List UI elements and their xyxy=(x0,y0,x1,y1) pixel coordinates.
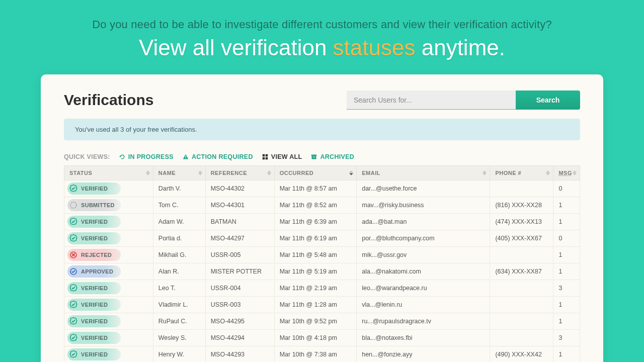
cell-name: Mikhail G. xyxy=(153,247,205,263)
status-badge: VERIFIED xyxy=(67,216,121,228)
rejected-icon xyxy=(69,250,78,259)
cell-name: Leo T. xyxy=(153,280,205,297)
cell-email: vla...@lenin.ru xyxy=(357,297,490,313)
table-row[interactable]: APPROVEDAlan R.MISTER POTTERMar 11th @ 5… xyxy=(64,263,580,280)
svg-rect-6 xyxy=(311,155,317,156)
page-title: Verifications xyxy=(64,92,153,109)
quick-views-label: QUICK VIEWS: xyxy=(64,153,110,160)
verified-icon xyxy=(69,300,78,309)
table-row[interactable]: VERIFIEDAdam W.BATMANMar 11th @ 6:39 ama… xyxy=(64,214,580,230)
cell-msg: 1 xyxy=(553,214,580,230)
cell-email: mik...@ussr.gov xyxy=(357,247,490,263)
status-badge: VERIFIED xyxy=(67,282,121,294)
cell-reference: MSO-44294 xyxy=(205,330,274,346)
cell-occurred: Mar 11th @ 8:52 am xyxy=(274,197,357,214)
cell-email: dar...@usethe.force xyxy=(357,180,490,197)
usage-alert: You've used all 3 of your free verificat… xyxy=(64,119,580,140)
qv-archived[interactable]: ARCHIVED xyxy=(311,153,354,160)
verified-icon xyxy=(69,350,78,359)
svg-rect-2 xyxy=(263,154,265,157)
hero-title-post: anytime. xyxy=(415,35,505,60)
verified-icon xyxy=(69,217,78,226)
search-group: Search xyxy=(347,90,580,110)
status-badge: APPROVED xyxy=(67,265,121,278)
hero-title-highlight: statuses xyxy=(333,35,416,60)
col-reference[interactable]: REFERENCE xyxy=(205,166,274,180)
cell-occurred: Mar 11th @ 5:48 am xyxy=(274,247,357,263)
table-row[interactable]: VERIFIEDRuPaul C.MSO-44295Mar 10th @ 9:5… xyxy=(64,313,580,330)
table-row[interactable]: VERIFIEDHenry W.MSO-44293Mar 10th @ 7:38… xyxy=(64,346,580,363)
verified-icon xyxy=(69,317,78,326)
table-row[interactable]: VERIFIEDDarth V.MSO-44302Mar 11th @ 8:57… xyxy=(64,180,580,197)
cell-email: ala...@nakatomi.com xyxy=(357,263,490,280)
cell-msg: 3 xyxy=(553,280,580,297)
cell-occurred: Mar 11th @ 1:28 am xyxy=(274,297,357,313)
col-msg[interactable]: MSG xyxy=(553,166,580,180)
status-label: VERIFIED xyxy=(81,186,108,192)
status-label: VERIFIED xyxy=(81,318,108,324)
cell-phone xyxy=(490,313,553,330)
cell-name: Alan R. xyxy=(153,263,205,280)
qv-archived-label: ARCHIVED xyxy=(320,153,354,160)
cell-msg: 1 xyxy=(553,297,580,313)
status-badge: VERIFIED xyxy=(67,315,121,327)
cell-email: ru...@rupaulsdragrace.tv xyxy=(357,313,490,330)
search-input[interactable] xyxy=(347,90,516,110)
status-badge: VERIFIED xyxy=(67,299,121,311)
quick-views: QUICK VIEWS: IN PROGRESS ACTION REQUIRED… xyxy=(64,153,580,160)
cell-phone xyxy=(490,330,553,346)
cell-email: bla...@notaxes.fbi xyxy=(357,330,490,346)
cell-occurred: Mar 11th @ 6:39 am xyxy=(274,214,357,230)
cell-email: mav...@risky.business xyxy=(357,197,490,214)
cell-occurred: Mar 11th @ 2:19 am xyxy=(274,280,357,297)
cell-name: RuPaul C. xyxy=(153,313,205,330)
cell-occurred: Mar 11th @ 5:19 am xyxy=(274,263,357,280)
verified-icon xyxy=(69,234,78,243)
cell-occurred: Mar 10th @ 4:18 pm xyxy=(274,330,357,346)
table-row[interactable]: VERIFIEDLeo T.USSR-004Mar 11th @ 2:19 am… xyxy=(64,280,580,297)
refresh-icon xyxy=(119,154,125,160)
table-row[interactable]: SUBMITTEDTom C.MSO-44301Mar 11th @ 8:52 … xyxy=(64,197,580,214)
cell-msg: 0 xyxy=(553,180,580,197)
submitted-icon xyxy=(69,201,78,210)
hero: Do you need to be able to investigate di… xyxy=(0,0,644,74)
col-status[interactable]: STATUS xyxy=(64,166,153,180)
warning-icon xyxy=(183,154,189,160)
cell-msg: 1 xyxy=(553,263,580,280)
cell-email: por...@bluthcompany.com xyxy=(357,230,490,247)
hero-subtitle: Do you need to be able to investigate di… xyxy=(10,18,634,31)
cell-phone: (490) XXX-XX42 xyxy=(490,346,553,363)
status-label: REJECTED xyxy=(81,252,112,258)
cell-occurred: Mar 11th @ 8:57 am xyxy=(274,180,357,197)
cell-occurred: Mar 11th @ 6:19 am xyxy=(274,230,357,247)
table-row[interactable]: VERIFIEDVladimir L.USSR-003Mar 11th @ 1:… xyxy=(64,297,580,313)
col-email[interactable]: EMAIL xyxy=(357,166,490,180)
cell-phone xyxy=(490,280,553,297)
qv-view-all-label: VIEW ALL xyxy=(271,153,302,160)
verifications-card: Verifications Search You've used all 3 o… xyxy=(41,74,603,362)
col-phone[interactable]: PHONE # xyxy=(490,166,553,180)
table-row[interactable]: REJECTEDMikhail G.USSR-005Mar 11th @ 5:4… xyxy=(64,247,580,263)
cell-phone: (634) XXX-XX87 xyxy=(490,263,553,280)
status-label: VERIFIED xyxy=(81,335,108,341)
cell-name: Adam W. xyxy=(153,214,205,230)
svg-point-9 xyxy=(70,202,76,208)
qv-view-all[interactable]: VIEW ALL xyxy=(262,153,302,160)
qv-in-progress-label: IN PROGRESS xyxy=(128,153,174,160)
table-row[interactable]: VERIFIEDWesley S.MSO-44294Mar 10th @ 4:1… xyxy=(64,330,580,346)
cell-reference: MSO-44293 xyxy=(205,346,274,363)
col-name[interactable]: NAME xyxy=(153,166,205,180)
status-label: VERIFIED xyxy=(81,351,108,357)
qv-in-progress[interactable]: IN PROGRESS xyxy=(119,153,174,160)
cell-reference: USSR-004 xyxy=(205,280,274,297)
col-occurred[interactable]: OCCURRED xyxy=(274,166,357,180)
cell-reference: MISTER POTTER xyxy=(205,263,274,280)
table-row[interactable]: VERIFIEDPortia d.MSO-44297Mar 11th @ 6:1… xyxy=(64,230,580,247)
svg-rect-3 xyxy=(266,154,268,157)
svg-rect-8 xyxy=(313,157,315,157)
status-label: SUBMITTED xyxy=(81,202,115,208)
qv-action-required[interactable]: ACTION REQUIRED xyxy=(183,153,253,160)
verified-icon xyxy=(69,284,78,293)
search-button[interactable]: Search xyxy=(516,90,580,110)
cell-reference: BATMAN xyxy=(205,214,274,230)
